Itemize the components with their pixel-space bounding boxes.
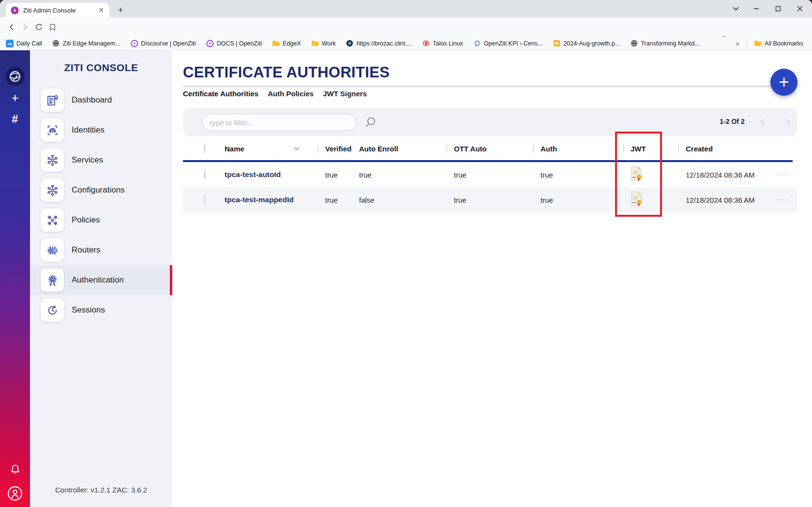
reload-icon[interactable]: [32, 20, 45, 34]
svg-text:zm: zm: [7, 42, 12, 45]
next-page-icon[interactable]: [782, 117, 794, 128]
page-title: CERTIFICATE AUTHORITIES: [183, 64, 390, 81]
back-icon[interactable]: [5, 20, 18, 34]
tab-jwt-signers[interactable]: JWT Signers: [323, 89, 367, 98]
sidebar-item-label: Sessions: [72, 305, 105, 315]
tab-close-icon[interactable]: ✕: [97, 6, 105, 15]
bookmark-item[interactable]: Discourse | OpenZiti: [131, 40, 196, 47]
zoom-icon: zm: [6, 40, 14, 47]
column-header-ott-auto[interactable]: OTT Auto: [443, 145, 530, 153]
prev-page-icon[interactable]: [757, 117, 768, 128]
bookmark-item[interactable]: EdgeX: [272, 40, 301, 47]
sidebar-item-dashboard[interactable]: Dashboard: [30, 85, 172, 115]
bookmarks-overflow-icon[interactable]: »: [736, 40, 740, 47]
sidebar-item-label: Routers: [72, 245, 101, 255]
new-tab-button[interactable]: +: [114, 4, 127, 16]
ca-created: 12/18/2024 08:36 AM: [675, 171, 770, 179]
browser-tab[interactable]: Ziti Admin Console ✕: [6, 3, 109, 17]
all-bookmarks-button[interactable]: All Bookmarks: [754, 40, 803, 47]
bookmark-label: Talos Linux: [433, 40, 463, 47]
bookmark-item[interactable]: https://brozac.clint....: [346, 40, 412, 47]
ca-name[interactable]: tpca-test-mappedId: [214, 195, 315, 204]
openziti-blue-icon: [473, 40, 481, 47]
tab-auth-policies[interactable]: Auth Policies: [268, 89, 314, 98]
column-header-verified[interactable]: Verified: [315, 145, 348, 153]
ca-auto-enroll: true: [348, 171, 443, 179]
filter-input[interactable]: [202, 114, 357, 131]
sidebar-item-label: Identities: [72, 125, 105, 135]
row-menu-icon[interactable]: ···: [770, 195, 797, 205]
ca-auth: true: [530, 171, 620, 179]
bookmark-label: Work: [322, 40, 336, 47]
rail-add-icon[interactable]: +: [0, 91, 30, 104]
bookmark-item[interactable]: Talos Linux: [422, 40, 463, 47]
ca-auto-enroll: false: [348, 196, 443, 204]
bookmark-item[interactable]: Work: [311, 40, 336, 47]
jwt-cert-icon[interactable]: [630, 166, 643, 183]
sidebar-item-routers[interactable]: Routers: [30, 235, 172, 265]
close-window-icon[interactable]: [792, 2, 808, 15]
bookmark-item[interactable]: Transforming Markd...: [630, 40, 700, 47]
browser-toolbar: https://ctrl.cdaws.clint.demo.openziti.o…: [0, 17, 812, 37]
badge-icon: [41, 268, 64, 292]
minimize-icon[interactable]: [748, 2, 765, 15]
add-certificate-authority-button[interactable]: +: [770, 69, 797, 96]
network-icon: [41, 149, 64, 172]
sidebar-item-sessions[interactable]: Sessions: [30, 295, 172, 325]
filter-bar: 1-2 Of 2: [183, 108, 797, 136]
row-menu-icon[interactable]: ···: [770, 170, 797, 179]
column-header-auto-enroll[interactable]: Auto Enroll: [348, 145, 443, 153]
select-all-checkbox[interactable]: [204, 143, 206, 153]
tab-search-icon[interactable]: [727, 2, 744, 15]
sort-chevron-icon[interactable]: [294, 147, 300, 150]
table-row[interactable]: tpca-test-autoId true true true true 12/…: [183, 162, 797, 187]
openziti-icon: [131, 40, 138, 47]
column-header-jwt[interactable]: JWT: [620, 145, 675, 153]
bookmark-label: DOCS | OpenZiti: [217, 40, 262, 47]
bookmark-item[interactable]: 2024-Aug-growth.p...: [553, 40, 620, 47]
bookmark-item[interactable]: OpenZiti KPI › Cens...: [473, 40, 543, 47]
forward-icon[interactable]: [18, 20, 32, 34]
sidebar: ZITI CONSOLE Dashboard Identities Servic…: [30, 50, 172, 507]
tab-certificate-authorities[interactable]: Certificate Authorities: [183, 89, 258, 98]
globe-dark-icon: [630, 40, 638, 47]
sidebar-item-identities[interactable]: Identities: [30, 115, 172, 145]
ziti-logo-icon[interactable]: [0, 67, 30, 86]
sidebar-item-policies[interactable]: Policies: [30, 205, 172, 235]
network-icon: [41, 179, 64, 202]
ca-created: 12/18/2024 08:36 AM: [675, 196, 770, 204]
bookmark-label: Discourse | OpenZiti: [141, 40, 196, 47]
notifications-bell-icon[interactable]: [0, 463, 30, 476]
column-header-name[interactable]: Name: [214, 145, 315, 153]
search-icon[interactable]: [364, 116, 376, 131]
ca-ott-auto: true: [443, 171, 530, 179]
row-checkbox[interactable]: [204, 194, 206, 205]
table-row[interactable]: tpca-test-mappedId true false true true …: [183, 187, 797, 212]
column-header-auth[interactable]: Auth: [530, 145, 620, 153]
sidebar-item-label: Policies: [72, 215, 100, 225]
slides-icon: [553, 40, 560, 47]
ca-name[interactable]: tpca-test-autoId: [214, 170, 315, 179]
jwt-cert-icon[interactable]: [630, 191, 643, 209]
bookmarks-bar: zm Daily Call Ziti Edge Managem... Disco…: [0, 37, 812, 50]
column-header-created[interactable]: Created: [675, 145, 770, 153]
maximize-icon[interactable]: [770, 2, 786, 15]
sidebar-item-label: Configurations: [72, 185, 125, 195]
globe-dark-icon: [52, 40, 60, 47]
rail-hash-icon[interactable]: #: [0, 113, 30, 125]
clock-icon: [41, 298, 64, 322]
account-icon[interactable]: [0, 485, 30, 502]
browser-window: Ziti Admin Console ✕ +: [0, 0, 812, 507]
bookmark-item[interactable]: DOCS | OpenZiti: [206, 40, 262, 47]
bookmark-flag-icon[interactable]: [45, 20, 59, 34]
sidebar-item-configurations[interactable]: Configurations: [30, 175, 172, 205]
row-checkbox[interactable]: [204, 169, 206, 179]
bookmark-label: Daily Call: [16, 40, 42, 47]
bookmark-item[interactable]: Ziti Edge Managem...: [52, 40, 120, 47]
folder-icon: [311, 40, 319, 47]
sidebar-item-services[interactable]: Services: [30, 145, 172, 175]
ziti-favicon-icon: [11, 6, 19, 15]
sidebar-item-label: Dashboard: [72, 95, 112, 105]
sidebar-item-authentication[interactable]: Authentication: [30, 265, 172, 295]
bookmark-item[interactable]: zm Daily Call: [6, 40, 42, 47]
